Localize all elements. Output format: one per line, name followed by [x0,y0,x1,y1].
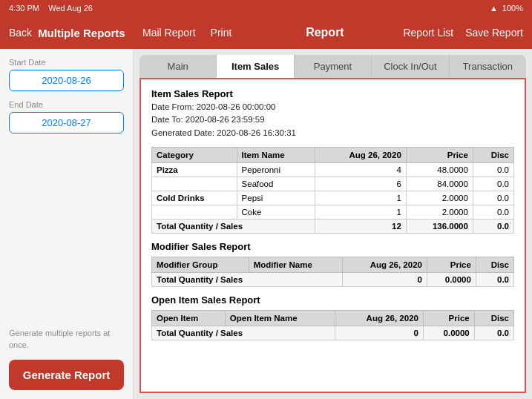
end-date-group: End Date [9,100,124,133]
row-category: Pizza [152,162,237,177]
start-date-input[interactable] [9,70,124,91]
row-price: 48.0000 [406,162,473,177]
sidebar-note: Generate multiple reports at once. [9,328,124,351]
table-row: Pizza Peperonni 4 48.0000 0.0 [152,162,514,177]
mail-report-button[interactable]: Mail Report [142,27,196,39]
open-item-total-price: 0.0000 [423,326,474,340]
col-modifier-price: Price [427,257,476,272]
open-item-total-qty: 0 [335,326,423,340]
modifier-total-label: Total Quantity / Sales [152,272,343,286]
status-time: 4:30 PM Wed Aug 26 [9,4,93,13]
tab-main[interactable]: Main [139,55,217,78]
row-price: 2.0000 [406,205,473,219]
status-right: ▲ 100% [490,4,523,13]
row-item-name: Peperonni [237,162,315,177]
item-sales-total-row: Total Quantity / Sales 12 136.0000 0.0 [152,219,514,233]
modifier-total-disc: 0.0 [476,272,513,286]
col-modifier-name: Modifier Name [249,257,342,272]
tabs-bar: Main Item Sales Payment Clock In/Out Tra… [139,55,526,78]
start-date-group: Start Date [9,58,124,91]
top-nav-left: Back Multiple Reports [9,27,142,39]
open-item-sales-title: Open Item Sales Report [151,294,514,306]
col-modifier-group: Modifier Group [152,257,249,272]
row-disc: 0.0 [473,205,513,219]
battery-icon: 100% [502,4,523,13]
total-label: Total Quantity / Sales [152,219,315,233]
col-open-item-date: Aug 26, 2020 [335,310,423,326]
row-disc: 0.0 [473,177,513,191]
row-qty: 1 [315,205,406,219]
row-qty: 1 [315,191,406,205]
tab-clock-in-out[interactable]: Clock In/Out [372,55,449,78]
col-header-date: Aug 26, 2020 [315,147,406,162]
open-item-total-disc: 0.0 [474,326,513,340]
col-header-item-name: Item Name [237,147,315,162]
modifier-total-qty: 0 [342,272,427,286]
end-date-label: End Date [9,100,124,109]
modifier-total-row: Total Quantity / Sales 0 0.0000 0.0 [152,272,514,286]
content-area: Main Item Sales Payment Clock In/Out Tra… [134,49,532,399]
row-qty: 6 [315,177,406,191]
row-category [152,177,237,191]
row-category: Cold Drinks [152,191,237,205]
top-nav-right: Report List Save Report [403,27,523,39]
tab-transaction[interactable]: Transaction [450,55,526,78]
save-report-button[interactable]: Save Report [465,27,523,39]
app-title: Multiple Reports [38,27,125,39]
item-sales-table: Category Item Name Aug 26, 2020 Price Di… [151,147,514,234]
main-layout: Start Date End Date Generate multiple re… [0,49,532,399]
col-open-item: Open Item [152,310,226,326]
row-price: 84.0000 [406,177,473,191]
status-bar: 4:30 PM Wed Aug 26 ▲ 100% [0,0,532,16]
top-nav-center: Mail Report Print Report [142,26,403,39]
row-disc: 0.0 [473,162,513,177]
tab-payment[interactable]: Payment [295,55,372,78]
report-title: Item Sales Report [151,88,514,99]
col-open-item-price: Price [423,310,474,326]
open-item-total-label: Total Quantity / Sales [152,326,335,340]
row-item-name: Coke [237,205,315,219]
total-price: 136.0000 [406,219,473,233]
row-item-name: Seafood [237,177,315,191]
row-price: 2.0000 [406,191,473,205]
col-header-price: Price [406,147,473,162]
table-row: Coke 1 2.0000 0.0 [152,205,514,219]
back-button[interactable]: Back [9,27,32,39]
modifier-sales-table: Modifier Group Modifier Name Aug 26, 202… [151,257,514,287]
print-button[interactable]: Print [211,27,232,39]
row-category [152,205,237,219]
end-date-input[interactable] [9,112,124,133]
top-nav: Back Multiple Reports Mail Report Print … [0,16,532,49]
report-date-to: Date To: 2020-08-26 23:59:59 [151,113,514,126]
report-meta: Date From: 2020-08-26 00:00:00 Date To: … [151,101,514,139]
report-section-title: Report [246,26,403,39]
col-header-category: Category [152,147,237,162]
open-item-total-row: Total Quantity / Sales 0 0.0000 0.0 [152,326,514,340]
col-open-item-disc: Disc [474,310,513,326]
col-modifier-disc: Disc [476,257,513,272]
total-qty: 12 [315,219,406,233]
row-item-name: Pepsi [237,191,315,205]
row-qty: 4 [315,162,406,177]
tab-item-sales[interactable]: Item Sales [217,55,294,78]
modifier-sales-title: Modifier Sales Report [151,241,514,252]
report-date-from: Date From: 2020-08-26 00:00:00 [151,101,514,113]
modifier-total-price: 0.0000 [427,272,476,286]
col-header-disc: Disc [473,147,513,162]
table-row: Cold Drinks Pepsi 1 2.0000 0.0 [152,191,514,205]
sidebar: Start Date End Date Generate multiple re… [0,49,134,399]
report-generated-date: Generated Date: 2020-08-26 16:30:31 [151,127,514,139]
col-open-item-name: Open Item Name [225,310,335,326]
generate-report-button[interactable]: Generate Report [9,360,124,390]
row-disc: 0.0 [473,191,513,205]
col-modifier-date: Aug 26, 2020 [342,257,427,272]
table-row: Seafood 6 84.0000 0.0 [152,177,514,191]
total-disc: 0.0 [473,219,513,233]
wifi-icon: ▲ [490,4,498,13]
open-item-sales-table: Open Item Open Item Name Aug 26, 2020 Pr… [151,310,514,340]
start-date-label: Start Date [9,58,124,67]
report-list-button[interactable]: Report List [403,27,453,39]
report-panel: Item Sales Report Date From: 2020-08-26 … [139,78,526,393]
